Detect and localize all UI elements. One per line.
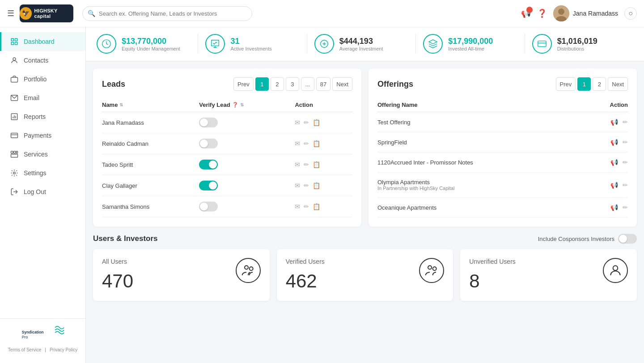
svg-point-28 [245, 266, 248, 269]
lead-email-icon[interactable]: ✉ [295, 119, 300, 126]
verify-sort-icon[interactable]: ⇅ [240, 102, 244, 107]
all-users-icon [236, 258, 261, 283]
offering-announce-icon[interactable]: 📢 [610, 139, 618, 146]
lead-verify-knob [200, 118, 208, 127]
name-sort-icon[interactable]: ⇅ [119, 102, 123, 107]
leads-table-row: Jana Ramadass ✉ ✏ 📋 [102, 112, 352, 133]
cosponsors-toggle[interactable] [618, 234, 637, 244]
username-label: Jana Ramadass [573, 10, 618, 17]
contacts-icon [10, 56, 18, 64]
lead-doc-icon[interactable]: 📋 [313, 161, 320, 168]
user-menu[interactable]: Jana Ramadass [553, 5, 618, 21]
reports-icon [10, 113, 18, 121]
cosponsors-toggle-container: Include Cosponsors Investors [538, 234, 637, 244]
sidebar-item-email[interactable]: Email [0, 89, 85, 107]
sidebar-label-email: Email [24, 94, 39, 101]
lead-verify-toggle[interactable] [199, 118, 218, 127]
lead-doc-icon[interactable]: 📋 [313, 140, 320, 147]
lead-doc-icon[interactable]: 📋 [313, 119, 320, 126]
offering-action-cell: 📢 ✏ [588, 112, 628, 132]
lead-doc-icon[interactable]: 📋 [313, 182, 320, 189]
lead-action-cell: ✉ ✏ 📋 [289, 112, 352, 133]
offerings-next-btn[interactable]: Next [608, 77, 628, 91]
lead-edit-icon[interactable]: ✏ [304, 182, 309, 189]
offering-announce-icon[interactable]: 📢 [610, 182, 618, 189]
lead-verify-cell [194, 175, 289, 196]
lead-email-icon[interactable]: ✉ [295, 203, 300, 210]
offering-announce-icon[interactable]: 📢 [610, 204, 618, 211]
offering-edit-icon[interactable]: ✏ [623, 182, 628, 189]
offerings-page-2[interactable]: 2 [593, 77, 606, 91]
svg-point-29 [249, 267, 253, 270]
average-label: Average Investment [339, 46, 383, 51]
stat-average-icon [314, 34, 334, 54]
leads-page-1[interactable]: 1 [255, 77, 269, 91]
terms-link[interactable]: Terms of Service [8, 347, 41, 352]
sidebar-item-contacts[interactable]: Contacts [0, 51, 85, 70]
offering-edit-icon[interactable]: ✏ [623, 204, 628, 211]
leads-next-btn[interactable]: Next [332, 77, 352, 91]
lead-email-icon[interactable]: ✉ [295, 161, 300, 168]
offerings-col-name: Offering Name [377, 98, 588, 112]
svg-text:Syndication: Syndication [21, 330, 43, 334]
help-icon[interactable]: ❓ [537, 8, 547, 18]
lead-edit-icon[interactable]: ✏ [304, 119, 309, 126]
sidebar-item-services[interactable]: Services [0, 145, 85, 164]
lead-edit-icon[interactable]: ✏ [304, 203, 309, 210]
leads-table-row: Clay Gallager ✉ ✏ 📋 [102, 175, 352, 196]
privacy-link[interactable]: Privacy Policy [50, 347, 77, 352]
topnav-more-btn[interactable]: ○ [624, 7, 637, 20]
leads-page-2[interactable]: 2 [271, 77, 284, 91]
offering-edit-icon[interactable]: ✏ [623, 139, 628, 146]
lead-edit-icon[interactable]: ✏ [304, 161, 309, 168]
lead-verify-toggle[interactable] [199, 181, 218, 190]
sidebar-label-services: Services [24, 151, 48, 158]
verify-help-icon[interactable]: ❓ [232, 102, 238, 108]
leads-prev-btn[interactable]: Prev [233, 77, 254, 91]
topnav: ☰ 🦅 HIGHSKY capital 🔍 📢 ❓ Jana Ramadass … [0, 0, 644, 27]
distributions-value: $1,016,019 [557, 37, 597, 46]
lead-doc-icon[interactable]: 📋 [313, 203, 320, 210]
sidebar-item-payments[interactable]: Payments [0, 126, 85, 145]
sidebar-item-settings[interactable]: Settings [0, 164, 85, 182]
lead-action-cell: ✉ ✏ 📋 [289, 175, 352, 196]
offering-edit-icon[interactable]: ✏ [623, 118, 628, 126]
payments-icon [10, 131, 18, 139]
offerings-page-1[interactable]: 1 [577, 77, 591, 91]
notification-icon[interactable]: 📢 [521, 8, 531, 18]
offerings-prev-btn[interactable]: Prev [556, 77, 576, 91]
lead-edit-icon[interactable]: ✏ [304, 140, 309, 147]
offering-announce-icon[interactable]: 📢 [610, 159, 618, 166]
sidebar-item-portfolio[interactable]: Portfolio [0, 70, 85, 89]
svg-point-30 [428, 266, 432, 269]
offering-announce-icon[interactable]: 📢 [610, 118, 618, 126]
lead-email-icon[interactable]: ✉ [295, 182, 300, 189]
leads-page-3[interactable]: 3 [286, 77, 299, 91]
cosponsors-toggle-knob [619, 235, 627, 243]
offerings-table-row: Test Offering 📢 ✏ [377, 112, 628, 132]
search-input[interactable] [82, 6, 252, 21]
lead-verify-cell [194, 154, 289, 175]
dashboard-icon [10, 38, 18, 46]
leads-table-row: Reinaldo Cadman ✉ ✏ 📋 [102, 133, 352, 154]
all-users-label: All Users [102, 258, 133, 265]
offering-edit-icon[interactable]: ✏ [623, 159, 628, 166]
sidebar-item-dashboard[interactable]: Dashboard [0, 32, 85, 51]
sidebar-item-reports[interactable]: Reports [0, 107, 85, 126]
cosponsors-label: Include Cosponsors Investors [538, 236, 614, 242]
leads-page-87[interactable]: 87 [316, 77, 330, 91]
leads-pagination: Prev 1 2 3 ... 87 Next [233, 77, 352, 91]
avatar [553, 5, 569, 21]
equity-value: $13,770,000 [122, 37, 180, 46]
lead-verify-toggle[interactable] [199, 202, 218, 211]
unverified-users-value: 8 [469, 270, 515, 292]
sidebar-label-payments: Payments [24, 132, 51, 139]
lead-email-icon[interactable]: ✉ [295, 140, 300, 147]
sidebar-item-logout[interactable]: Log Out [0, 182, 85, 201]
lead-verify-toggle[interactable] [199, 160, 218, 169]
settings-icon [10, 169, 18, 177]
lead-verify-toggle[interactable] [199, 139, 218, 148]
lead-action-cell: ✉ ✏ 📋 [289, 196, 352, 217]
menu-icon[interactable]: ☰ [7, 8, 14, 18]
lead-verify-cell [194, 196, 289, 217]
